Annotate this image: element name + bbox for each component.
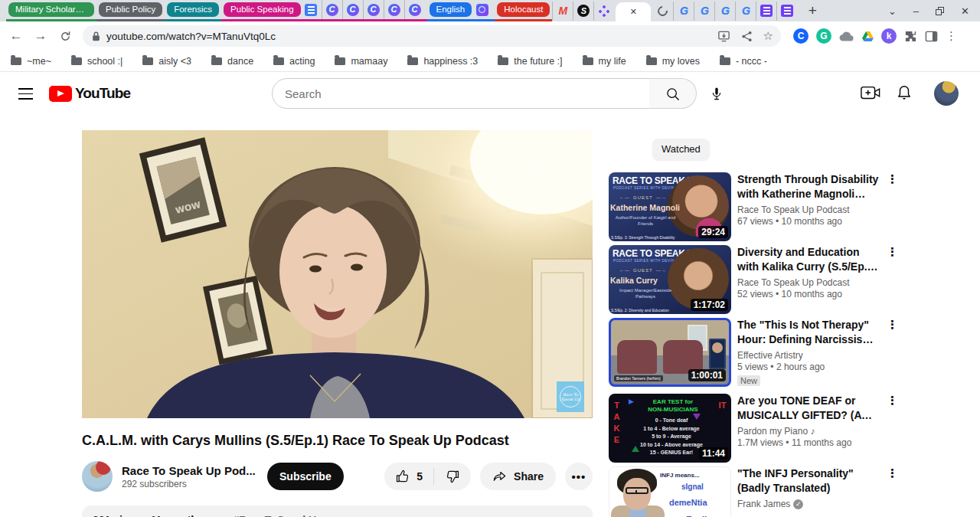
tab-gmail[interactable]: M	[552, 2, 573, 21]
bookmark-folder[interactable]: my life	[583, 56, 626, 67]
channel-watermark[interactable]: Race To Speak Up	[557, 381, 584, 412]
share-icon[interactable]	[741, 31, 753, 42]
window-restore-button[interactable]	[936, 7, 944, 15]
search-button[interactable]	[649, 78, 697, 109]
bookmark-folder[interactable]: ~me~	[11, 56, 51, 67]
suggested-video-title[interactable]: Strength Through Disability with Katheri…	[737, 172, 881, 201]
window-minimize-button[interactable]: –	[913, 5, 919, 17]
video-thumbnail[interactable]: RACE TO SPEAK UP PODCAST SERIES WITH DEV…	[609, 172, 731, 241]
bookmark-star-icon[interactable]: ☆	[763, 29, 773, 43]
clever-extension-icon[interactable]: C	[793, 28, 808, 44]
notifications-button[interactable]	[896, 84, 913, 104]
search-input[interactable]	[285, 87, 622, 100]
bookmark-folder[interactable]: dance	[211, 56, 253, 67]
extensions-puzzle-icon[interactable]	[904, 30, 917, 43]
hashtag-link[interactable]: #RaceToSpeakUp	[233, 514, 322, 517]
tab-purple-dots[interactable]	[593, 2, 614, 21]
tab-canvas-4[interactable]: C	[384, 0, 404, 19]
new-tab-button[interactable]: +	[803, 2, 822, 19]
tab-purple-grid-1[interactable]	[756, 2, 776, 21]
side-panel-icon[interactable]	[925, 30, 938, 43]
suggested-video-title[interactable]: The "This Is Not Therapy" Hour: Defining…	[737, 318, 881, 347]
create-video-button[interactable]	[861, 85, 880, 103]
suggested-video-title[interactable]: Diversity and Education with Kalika Curr…	[737, 245, 881, 274]
suggested-channel[interactable]: Race To Speak Up Podcast	[737, 205, 881, 215]
more-actions-button[interactable]: •••	[565, 463, 593, 490]
tab-canvas-1[interactable]: C	[322, 0, 342, 19]
tab-group-label-military-scholarships[interactable]: Military Scholarships	[8, 2, 94, 17]
tab-google-1[interactable]: G	[673, 2, 694, 21]
video-thumbnail[interactable]: Brandon Tanners (he/him) 1:00:01	[609, 318, 731, 387]
suggested-video-item[interactable]: TAKE IT ▶ EAR TEST forNON-MUSICIANS 0 - …	[609, 394, 900, 463]
tab-google-2[interactable]: G	[694, 2, 714, 21]
video-options-kebab-icon[interactable]: ⋮	[887, 394, 898, 407]
suggested-video-title[interactable]: "The INFJ Personality" (Badly Translated…	[737, 466, 881, 496]
reload-button[interactable]	[55, 26, 75, 46]
tab-close-icon[interactable]: ✕	[630, 7, 637, 17]
filter-chip-watched[interactable]: Watched	[652, 139, 710, 160]
bookmark-folder[interactable]: my loves	[646, 56, 700, 67]
suggested-channel[interactable]: Frank James✓	[737, 499, 881, 509]
voice-search-button[interactable]	[704, 81, 729, 106]
video-options-kebab-icon[interactable]: ⋮	[887, 466, 898, 480]
tab-google-4[interactable]: G	[735, 2, 756, 21]
tab-search-chevron-icon[interactable]: ⌄	[888, 5, 897, 17]
tab-canvas-2[interactable]: C	[342, 0, 363, 19]
bookmark-folder[interactable]: aisly <3	[142, 56, 191, 67]
tab-group-label-public-policy[interactable]: Public Policy	[99, 2, 162, 17]
video-thumbnail[interactable]: RACE TO SPEAK UP PODCAST SERIES WITH DEV…	[609, 245, 731, 314]
grammarly-extension-icon[interactable]: G	[816, 28, 831, 44]
tab-ring-app[interactable]	[652, 2, 673, 21]
suggested-video-item[interactable]: RACE TO SPEAK UP PODCAST SERIES WITH DEV…	[609, 245, 900, 314]
save-to-device-icon[interactable]	[717, 30, 730, 43]
tab-canvas-5[interactable]: C	[404, 0, 425, 19]
tab-s-app[interactable]: S	[573, 2, 593, 21]
suggested-video-item[interactable]: RACE TO SPEAK UP PODCAST SERIES WITH DEV…	[609, 172, 900, 241]
window-close-button[interactable]: ✕	[961, 5, 969, 17]
video-player[interactable]: WOW	[82, 130, 593, 418]
description-box[interactable]: 261 views11 months ago#RaceToSpeakUp	[82, 506, 593, 517]
tab-badge-app[interactable]	[472, 0, 492, 19]
bookmark-folder[interactable]: school :|	[71, 56, 122, 67]
subscribe-button[interactable]: Subscribe	[267, 463, 344, 490]
tab-purple-grid-2[interactable]	[776, 2, 797, 21]
video-options-kebab-icon[interactable]: ⋮	[887, 318, 898, 332]
youtube-logo[interactable]: YouTube	[49, 85, 130, 102]
suggested-video-title[interactable]: Are you TONE DEAF or MUSICALLY GIFTED? (…	[737, 394, 881, 423]
suggested-channel[interactable]: Race To Speak Up Podcast	[737, 277, 881, 288]
share-button[interactable]: Share	[480, 463, 556, 490]
cloud-extension-icon[interactable]	[839, 31, 854, 41]
tab-group-label-holocaust[interactable]: Holocaust	[497, 2, 550, 17]
tab-group-label-english[interactable]: English	[430, 2, 472, 17]
like-button[interactable]: 5	[384, 469, 433, 484]
address-bar[interactable]: youtube.com/watch?v=MTanuVtq0Lc ☆	[83, 25, 781, 47]
bookmark-folder[interactable]: mamaay	[335, 56, 387, 67]
suggested-channel[interactable]: Pardon my Piano ♪	[737, 426, 881, 437]
bookmark-folder[interactable]: the future :]	[498, 56, 562, 67]
browser-menu-kebab-icon[interactable]: ⋮	[946, 29, 958, 43]
tab-active-youtube[interactable]: ✕	[616, 2, 651, 21]
suggested-channel[interactable]: Effective Artistry	[737, 350, 881, 361]
bookmark-folder[interactable]: acting	[273, 56, 315, 67]
back-button[interactable]: ←	[6, 26, 26, 46]
tab-group-label-public-speaking[interactable]: Public Speaking	[224, 2, 300, 17]
google-drive-icon[interactable]	[862, 31, 874, 41]
channel-avatar[interactable]	[82, 461, 113, 492]
search-box[interactable]	[272, 78, 650, 109]
tab-google-3[interactable]: G	[714, 2, 735, 21]
tab-group-label-forensics[interactable]: Forensics	[167, 2, 219, 17]
bookmark-folder[interactable]: - nccc -	[720, 56, 767, 67]
suggested-video-item[interactable]: Brandon Tanners (he/him) 1:00:01 The "Th…	[609, 318, 900, 387]
forward-button[interactable]: →	[31, 26, 51, 46]
bookmark-folder[interactable]: happiness :3	[407, 56, 478, 67]
tab-blue-list[interactable]	[301, 0, 322, 19]
video-thumbnail[interactable]: TAKE IT ▶ EAR TEST forNON-MUSICIANS 0 - …	[609, 394, 731, 463]
guide-menu-icon[interactable]	[18, 88, 33, 103]
kami-extension-icon[interactable]: k	[881, 28, 897, 44]
suggested-video-item[interactable]: INFJ means... sIgnal demeNtia Feeling "T…	[609, 466, 900, 517]
dislike-button[interactable]	[434, 469, 471, 484]
tab-canvas-3[interactable]: C	[363, 0, 384, 19]
account-avatar[interactable]	[934, 81, 959, 106]
channel-name[interactable]: Race To Speak Up Pod...	[122, 464, 252, 477]
video-thumbnail[interactable]: INFJ means... sIgnal demeNtia Feeling	[609, 466, 731, 517]
